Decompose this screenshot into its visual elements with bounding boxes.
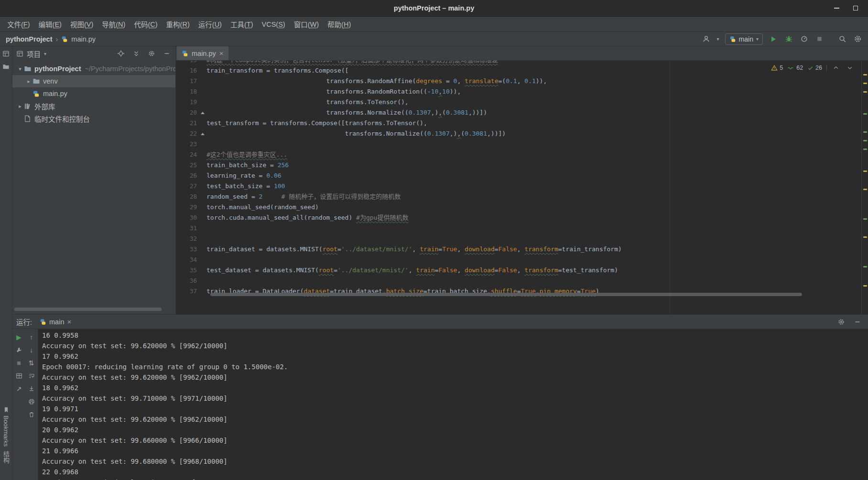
tree-item-external-libraries[interactable]: ▸外部库	[12, 100, 175, 112]
breadcrumb-project[interactable]: pythonProject	[6, 35, 52, 43]
menu-item-C[interactable]: 代码(C)	[130, 17, 162, 32]
structure-stripe-button[interactable]: 结构	[0, 451, 12, 463]
code-line[interactable]: 28random_seed = 2 # 随机种子，设置后可以得到稳定的随机数	[176, 192, 861, 202]
user-dropdown-icon[interactable]: ▾	[717, 36, 719, 42]
line-number[interactable]: 26	[176, 171, 199, 181]
inspections-widget[interactable]: 5 62	[768, 62, 857, 74]
menu-item-V[interactable]: 视图(V)	[66, 17, 98, 32]
menu-item-R[interactable]: 重构(R)	[162, 17, 194, 32]
run-button[interactable]	[769, 34, 778, 44]
close-tab-icon[interactable]: ×	[219, 50, 224, 57]
menu-item-S[interactable]: VCS(S)	[258, 17, 290, 32]
line-number[interactable]: 37	[176, 286, 199, 297]
project-horizontal-scrollbar[interactable]	[14, 308, 162, 311]
tree-expanded-arrow-icon[interactable]: ▾	[16, 66, 24, 72]
code-line[interactable]: 25train_batch_size = 256	[176, 160, 861, 171]
code-line[interactable]: 27test_batch_size = 100	[176, 181, 861, 192]
prev-problem-button[interactable]	[831, 63, 841, 73]
tree-collapsed-arrow-icon[interactable]: ▸	[25, 78, 33, 85]
code-line[interactable]: 34	[176, 255, 861, 265]
inspection-ok[interactable]: 26	[807, 64, 822, 71]
error-stripe-mark[interactable]	[863, 149, 867, 150]
code-line[interactable]: 36	[176, 276, 861, 286]
search-everywhere-button[interactable]	[837, 34, 847, 44]
error-stripe[interactable]	[861, 61, 868, 314]
error-stripe-mark[interactable]	[863, 189, 867, 190]
error-stripe-mark[interactable]	[863, 131, 867, 133]
menu-item-U[interactable]: 运行(U)	[194, 17, 226, 32]
tree-collapsed-arrow-icon[interactable]: ▸	[16, 103, 24, 109]
rerun-button[interactable]: ▶	[15, 333, 23, 341]
tree-item-venv[interactable]: ▸venv	[12, 75, 175, 87]
code-line[interactable]: 21test_transform = transforms.Compose([t…	[176, 118, 861, 128]
swap-output-button[interactable]: ⇅	[27, 359, 36, 367]
line-number[interactable]: 30	[176, 213, 199, 223]
line-number[interactable]: 25	[176, 160, 199, 171]
soft-wrap-button[interactable]	[27, 372, 36, 380]
debug-button[interactable]	[784, 34, 793, 44]
error-stripe-mark[interactable]	[863, 171, 867, 172]
code-line[interactable]: 16train_transform = transforms.Compose([	[176, 65, 861, 76]
prev-occurrence-button[interactable]: ↑	[27, 333, 36, 341]
line-number[interactable]: 29	[176, 202, 199, 213]
settings-button[interactable]	[853, 34, 862, 44]
menu-item-E[interactable]: 编辑(E)	[34, 17, 66, 32]
project-tool-window-icon[interactable]	[2, 50, 10, 57]
run-config-selector[interactable]: main ▾	[725, 33, 763, 45]
next-occurrence-button[interactable]: ↓	[27, 346, 36, 354]
line-number[interactable]: 17	[176, 76, 199, 86]
menu-item-T[interactable]: 工具(T)	[226, 17, 258, 32]
code-line[interactable]: 30torch.cuda.manual_seed_all(random_seed…	[176, 213, 861, 223]
line-number[interactable]: 21	[176, 118, 199, 128]
tab-main-py[interactable]: main.py ×	[177, 46, 228, 60]
pin-tab-button[interactable]: ↗	[15, 384, 23, 393]
print-button[interactable]	[27, 397, 36, 406]
error-stripe-mark[interactable]	[863, 285, 867, 287]
line-number[interactable]: 20	[176, 107, 199, 118]
code-line[interactable]: 17 transforms.RandomAffine(degrees = 0, …	[176, 76, 861, 86]
breadcrumb-file[interactable]: main.py	[71, 35, 96, 43]
folder-stripe-icon[interactable]	[2, 63, 10, 70]
code-line[interactable]: 18 transforms.RandomRotation((-10,10)),	[176, 86, 861, 97]
code-line[interactable]: 31	[176, 223, 861, 234]
panel-settings-icon[interactable]	[147, 49, 156, 58]
tree-item-root[interactable]: ▾pythonProject~/PycharmProjects/pythonPr…	[12, 63, 175, 75]
menu-item-W[interactable]: 窗口(W)	[290, 17, 323, 32]
line-number[interactable]: 23	[176, 139, 199, 149]
code-line[interactable]: 26learning_rate = 0.06	[176, 171, 861, 181]
code-line[interactable]: 22 transforms.Normalize((0.1307,),(0.308…	[176, 128, 861, 139]
code-line[interactable]: 29torch.manual_seed(random_seed)	[176, 202, 861, 213]
project-panel-title[interactable]: 项目	[27, 49, 41, 59]
tree-item-scratches[interactable]: 临时文件和控制台	[12, 112, 175, 125]
stop-button[interactable]	[814, 34, 824, 44]
bookmarks-stripe-button[interactable]: Bookmarks	[0, 406, 12, 447]
user-button[interactable]	[702, 34, 711, 44]
run-tab-main[interactable]: main ×	[37, 315, 74, 329]
coverage-button[interactable]	[799, 34, 809, 44]
run-settings-icon[interactable]	[836, 317, 846, 327]
panel-dropdown-icon[interactable]: ▾	[44, 51, 46, 56]
line-number[interactable]: 36	[176, 276, 199, 286]
code-line[interactable]: 33train_dataset = datasets.MNIST(root='.…	[176, 244, 861, 255]
error-stripe-mark[interactable]	[863, 266, 867, 267]
clear-console-button[interactable]	[27, 410, 36, 419]
hide-panel-button[interactable]	[162, 49, 172, 58]
line-number[interactable]: 27	[176, 181, 199, 192]
inspection-typos[interactable]: 62	[787, 64, 803, 71]
line-number[interactable]: 34	[176, 255, 199, 265]
code-line[interactable]: 32	[176, 234, 861, 244]
close-run-tab-icon[interactable]: ×	[67, 318, 71, 325]
fold-marker-icon[interactable]	[201, 133, 205, 135]
restore-layout-button[interactable]	[15, 372, 23, 380]
line-number[interactable]: 19	[176, 97, 199, 107]
menu-item-N[interactable]: 导航(N)	[98, 17, 130, 32]
error-stripe-mark[interactable]	[863, 91, 867, 93]
line-number[interactable]: 33	[176, 244, 199, 255]
code-line[interactable]: 15#构建一个compose类的实例，包含转tensor（张量），后面那个是标准…	[176, 61, 861, 65]
code-line[interactable]: 24#这2个值也是调参重灾区...	[176, 149, 861, 160]
menu-item-F[interactable]: 文件(F)	[3, 17, 34, 32]
line-number[interactable]: 22	[176, 128, 199, 139]
minimize-button[interactable]	[832, 3, 841, 13]
line-number[interactable]: 18	[176, 86, 199, 97]
tree-item-main-py[interactable]: main.py	[12, 87, 175, 100]
